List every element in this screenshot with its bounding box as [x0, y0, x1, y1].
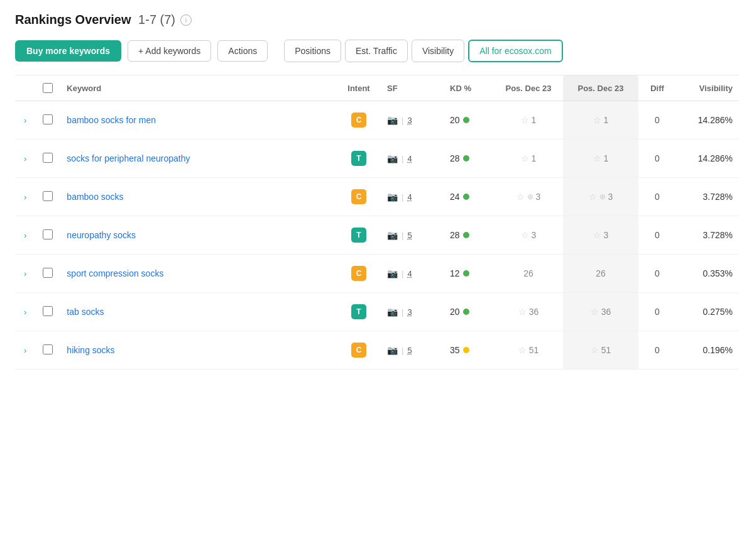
intent-badge: T	[351, 151, 366, 166]
tab-traffic[interactable]: Est. Traffic	[345, 40, 408, 62]
kd-value: 20	[450, 307, 460, 317]
diff-cell: 0	[638, 331, 676, 370]
checkbox-cell	[35, 140, 60, 178]
kd-value: 28	[450, 153, 460, 163]
col-checkbox-header	[35, 75, 60, 101]
sf-cell: 📷 | 4	[381, 178, 444, 216]
tab-visibility[interactable]: Visibility	[412, 40, 464, 62]
expand-cell: ›	[15, 331, 35, 370]
keyword-cell: bamboo socks	[60, 178, 337, 216]
pos1-cell: ☆ 1	[494, 140, 563, 178]
col-pos1-header: Pos. Dec 23	[494, 75, 563, 101]
diff-cell: 0	[638, 216, 676, 255]
expand-button[interactable]: ›	[21, 114, 29, 126]
expand-button[interactable]: ›	[21, 306, 29, 318]
sf-value: 5	[407, 231, 412, 240]
sf-cell: 📷 | 3	[381, 101, 444, 140]
sf-cell: 📷 | 5	[381, 331, 444, 370]
keyword-link[interactable]: bamboo socks for men	[67, 115, 156, 125]
keyword-cell: socks for peripheral neuropathy	[60, 140, 337, 178]
sf-cell: 📷 | 3	[381, 293, 444, 331]
row-checkbox[interactable]	[43, 191, 53, 201]
kd-value: 12	[450, 268, 460, 278]
tab-positions[interactable]: Positions	[284, 40, 341, 62]
add-keywords-button[interactable]: + Add keywords	[128, 40, 211, 62]
row-checkbox[interactable]	[43, 114, 53, 124]
checkbox-cell	[35, 255, 60, 293]
sf-cell: 📷 | 5	[381, 216, 444, 255]
rankings-table: Keyword Intent SF KD % Pos. Dec 23 Pos. …	[15, 75, 739, 370]
expand-button[interactable]: ›	[21, 344, 29, 356]
kd-value: 20	[450, 115, 460, 125]
keyword-cell: bamboo socks for men	[60, 101, 337, 140]
buy-keywords-button[interactable]: Buy more keywords	[15, 40, 121, 62]
select-all-checkbox[interactable]	[43, 83, 53, 93]
pos1-cell: ☆ 3	[494, 216, 563, 255]
pos2-cell: ☆ 51	[563, 331, 638, 370]
keyword-link[interactable]: bamboo socks	[67, 192, 123, 202]
col-diff-header: Diff	[638, 75, 676, 101]
diff-cell: 0	[638, 178, 676, 216]
keyword-link[interactable]: neuropathy socks	[67, 230, 136, 240]
pos2-cell: ☆ 1	[563, 140, 638, 178]
intent-badge: C	[351, 113, 366, 128]
star-icon: ☆	[521, 153, 529, 163]
sf-image-icon: 📷	[387, 307, 398, 317]
table-row: › bamboo socks C 📷 | 4 24 ☆⊕ 3	[15, 178, 739, 216]
keyword-link[interactable]: sport compression socks	[67, 268, 163, 278]
expand-button[interactable]: ›	[21, 191, 29, 203]
diff-cell: 0	[638, 101, 676, 140]
keyword-cell: tab socks	[60, 293, 337, 331]
intent-cell: C	[337, 101, 381, 140]
pos1-cell: ☆⊕ 3	[494, 178, 563, 216]
kd-dot	[463, 117, 469, 123]
row-checkbox[interactable]	[43, 344, 53, 354]
col-sf-header: SF	[381, 75, 444, 101]
row-checkbox[interactable]	[43, 229, 53, 239]
expand-button[interactable]: ›	[21, 153, 29, 165]
expand-button[interactable]: ›	[21, 268, 29, 280]
checkbox-cell	[35, 331, 60, 370]
row-checkbox[interactable]	[43, 306, 53, 316]
sf-value: 4	[407, 269, 412, 278]
info-icon[interactable]: i	[180, 14, 192, 26]
link-icon: ⊕	[527, 192, 533, 201]
star-icon: ☆	[593, 115, 601, 125]
col-pos2-header[interactable]: Pos. Dec 23	[563, 75, 638, 101]
intent-cell: C	[337, 178, 381, 216]
intent-badge: C	[351, 189, 366, 204]
expand-cell: ›	[15, 255, 35, 293]
intent-cell: T	[337, 216, 381, 255]
pos1-cell: ☆ 36	[494, 293, 563, 331]
keyword-link[interactable]: tab socks	[67, 307, 104, 317]
expand-cell: ›	[15, 140, 35, 178]
col-intent-header: Intent	[337, 75, 381, 101]
table-row: › socks for peripheral neuropathy T 📷 | …	[15, 140, 739, 178]
page-title: Rankings Overview 1-7 (7)	[15, 13, 175, 27]
keyword-link[interactable]: hiking socks	[67, 345, 114, 355]
visibility-cell: 0.275%	[676, 293, 739, 331]
table-row: › neuropathy socks T 📷 | 5 28 ☆ 3	[15, 216, 739, 255]
sf-image-icon: 📷	[387, 153, 398, 163]
keyword-cell: hiking socks	[60, 331, 337, 370]
row-checkbox[interactable]	[43, 153, 53, 163]
col-keyword-header: Keyword	[60, 75, 337, 101]
page-header: Rankings Overview 1-7 (7) i	[15, 13, 739, 27]
sf-image-icon: 📷	[387, 268, 398, 278]
kd-cell: 12	[444, 255, 494, 293]
tab-all-ecosox[interactable]: All for ecosox.com	[468, 40, 562, 62]
table-row: › bamboo socks for men C 📷 | 3 20 ☆ 1	[15, 101, 739, 140]
visibility-cell: 0.353%	[676, 255, 739, 293]
intent-cell: C	[337, 331, 381, 370]
star-icon: ☆	[516, 192, 525, 202]
star-icon: ☆	[521, 115, 529, 125]
keyword-link[interactable]: socks for peripheral neuropathy	[67, 153, 190, 163]
expand-cell: ›	[15, 178, 35, 216]
expand-button[interactable]: ›	[21, 229, 29, 241]
kd-cell: 28	[444, 216, 494, 255]
pos2-cell: 26	[563, 255, 638, 293]
row-checkbox[interactable]	[43, 268, 53, 278]
actions-button[interactable]: Actions	[217, 40, 268, 62]
visibility-cell: 14.286%	[676, 140, 739, 178]
intent-badge: C	[351, 343, 366, 358]
